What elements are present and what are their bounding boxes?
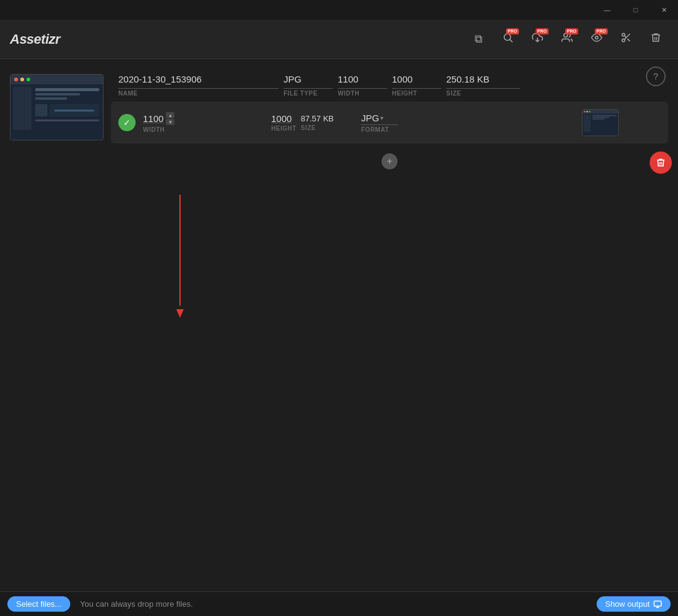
output-height-label: HEIGHT [271, 125, 296, 132]
svg-point-0 [504, 34, 511, 41]
width-increment-button[interactable]: ▲ [166, 112, 174, 118]
width-column-header: 1100 WIDTH [338, 74, 387, 97]
question-mark-icon: ? [653, 71, 658, 81]
height-label: HEIGHT [392, 90, 441, 97]
minimize-button[interactable]: — [593, 0, 621, 20]
show-output-label: Show output [605, 599, 650, 609]
thumbnail-item[interactable] [10, 74, 104, 140]
name-column-header: 2020-11-30_153906 NAME [118, 74, 279, 97]
scissors-icon [620, 32, 632, 46]
annotation-arrow [179, 195, 181, 318]
svg-line-1 [510, 39, 512, 42]
svg-point-5 [622, 33, 625, 36]
main-content: ? [0, 59, 678, 591]
output-height-value[interactable]: 1000 [271, 113, 296, 124]
height-input-group[interactable]: 1000 HEIGHT [271, 113, 296, 132]
filetype-column-header: JPG FILE TYPE [284, 74, 333, 97]
column-headers: 2020-11-30_153906 NAME JPG FILE TYPE 110… [111, 74, 668, 102]
file-details-panel: 2020-11-30_153906 NAME JPG FILE TYPE 110… [111, 74, 668, 174]
trash-button[interactable] [643, 27, 668, 52]
size-column-header: 250.18 KB SIZE [446, 74, 520, 97]
width-decrement-button[interactable]: ▼ [166, 119, 174, 125]
format-group[interactable]: JPG ▾ FORMAT [361, 113, 423, 133]
search-button[interactable]: PRO [496, 27, 520, 52]
output-size-value: 87.57 KB [301, 114, 356, 123]
check-icon: ✓ [118, 114, 136, 131]
svg-point-4 [595, 36, 598, 39]
width-stepper[interactable]: ▲ ▼ [166, 112, 174, 125]
close-button[interactable]: ✕ [650, 0, 678, 20]
svg-line-8 [627, 39, 630, 41]
format-value: JPG [361, 113, 379, 123]
size-group: 87.57 KB SIZE [301, 114, 356, 131]
show-output-button[interactable]: Show output [597, 596, 671, 612]
drop-hint-text: You can always drop more files. [80, 599, 193, 609]
titlebar: — □ ✕ [0, 0, 678, 20]
maximize-button[interactable]: □ [621, 0, 650, 20]
width-input-group[interactable]: 1100 ▲ ▼ WIDTH [143, 112, 266, 133]
pro-badge-users: PRO [565, 28, 578, 34]
height-column-header: 1000 HEIGHT [392, 74, 441, 97]
preview-thumbnail [582, 109, 619, 136]
add-row-button[interactable]: + [382, 153, 398, 169]
preview-area [428, 109, 619, 136]
output-format-label: FORMAT [361, 126, 423, 133]
output-width-value[interactable]: 1100 [143, 113, 163, 124]
pro-badge-eye: PRO [595, 28, 608, 34]
delete-file-button[interactable] [650, 152, 672, 174]
file-row: ✓ 1100 ▲ ▼ WIDTH 1000 HEIG [111, 102, 668, 144]
pro-badge: PRO [506, 28, 519, 34]
cloud-download-button[interactable]: PRO [525, 27, 550, 52]
output-width-label: WIDTH [143, 126, 266, 133]
app-header: Assetizr ⧉ PRO PRO [0, 20, 678, 59]
help-button[interactable]: ? [646, 67, 666, 86]
preview-button[interactable]: PRO [584, 27, 609, 52]
titlebar-controls: — □ ✕ [593, 0, 678, 20]
output-size-label: SIZE [301, 124, 356, 131]
size-label: SIZE [446, 90, 520, 97]
users-button[interactable]: PRO [555, 27, 579, 52]
crop-button[interactable] [614, 27, 639, 52]
name-label: NAME [118, 90, 279, 97]
header-tools: ⧉ PRO PRO PRO [466, 27, 668, 52]
bottom-bar: Select files... You can always drop more… [0, 591, 678, 616]
select-files-button[interactable]: Select files... [7, 596, 70, 612]
duplicate-button[interactable]: ⧉ [466, 27, 491, 52]
filetype-label: FILE TYPE [284, 90, 333, 97]
duplicate-icon: ⧉ [475, 33, 483, 46]
trash-icon [650, 32, 661, 46]
file-list-container: 2020-11-30_153906 NAME JPG FILE TYPE 110… [10, 74, 668, 174]
filetype-value: JPG [284, 74, 333, 84]
svg-rect-10 [654, 601, 661, 606]
original-width-value: 1100 [338, 74, 387, 84]
pro-badge-cloud: PRO [536, 28, 549, 34]
app-logo: Assetizr [10, 31, 466, 47]
svg-line-9 [624, 36, 626, 38]
width-label: WIDTH [338, 90, 387, 97]
filename-value: 2020-11-30_153906 [118, 74, 279, 84]
svg-point-6 [622, 39, 625, 42]
original-size-value: 250.18 KB [446, 74, 520, 84]
format-chevron-icon[interactable]: ▾ [380, 115, 383, 121]
original-height-value: 1000 [392, 74, 441, 84]
thumbnail-sidebar [10, 74, 104, 174]
